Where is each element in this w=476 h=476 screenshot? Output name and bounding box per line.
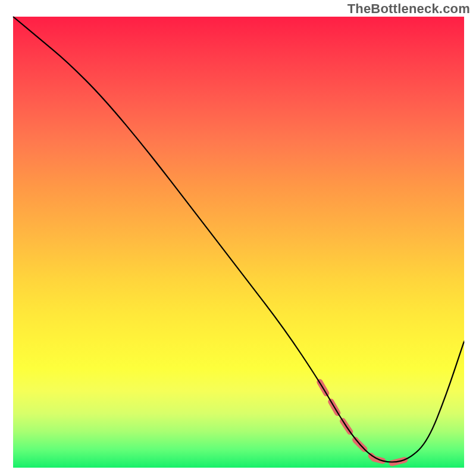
chart-svg (13, 17, 464, 468)
chart-area (13, 17, 464, 468)
bottleneck-curve-line (13, 17, 464, 462)
watermark-text: TheBottleneck.com (347, 1, 470, 17)
optimal-range-marker (320, 382, 410, 463)
